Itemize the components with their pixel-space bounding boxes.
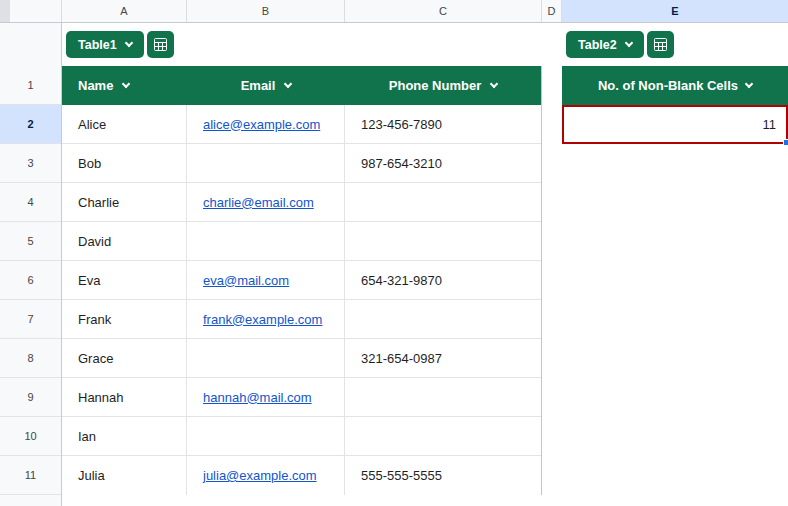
cell-phone[interactable]: 654-321-9870 (345, 261, 541, 299)
cell-phone[interactable] (345, 378, 541, 416)
cell-phone[interactable] (345, 183, 541, 221)
table2-chip: Table2 (566, 31, 674, 58)
cell-text: 654-321-9870 (361, 273, 442, 288)
select-all-corner[interactable] (0, 0, 62, 22)
cell-email[interactable] (187, 417, 345, 455)
table1-chip-button[interactable]: Table1 (66, 31, 144, 58)
table1: Name Email Phone Number Alice alice@exam… (62, 66, 542, 495)
cell-phone[interactable]: 987-654-3210 (345, 144, 541, 182)
cell-name[interactable]: Eva (62, 261, 187, 299)
row-header-2[interactable]: 2 (0, 105, 61, 144)
column-header-strip: A B C D E (0, 0, 788, 23)
table1-chip-label: Table1 (78, 38, 117, 52)
table-row: Charlie charlie@email.com (62, 183, 541, 222)
chevron-down-icon (624, 39, 632, 47)
email-link[interactable]: eva@mail.com (203, 273, 289, 288)
cell-name[interactable]: Grace (62, 339, 187, 377)
cell-phone[interactable] (345, 417, 541, 455)
cell-email[interactable]: alice@example.com (187, 105, 345, 143)
row-header-3[interactable]: 3 (0, 144, 61, 183)
cell-name[interactable]: Ian (62, 417, 187, 455)
row-header-9[interactable]: 9 (0, 378, 61, 417)
row-header-7[interactable]: 7 (0, 300, 61, 339)
email-link[interactable]: alice@example.com (203, 117, 320, 132)
cell-name[interactable]: Alice (62, 105, 187, 143)
cell-email[interactable] (187, 339, 345, 377)
cell-text: Julia (78, 468, 105, 483)
header-cell-email[interactable]: Email (187, 66, 345, 105)
table1-range-button[interactable] (147, 31, 174, 58)
cell-email[interactable]: julia@example.com (187, 456, 345, 495)
selected-cell-e2[interactable]: 11 (562, 105, 788, 144)
cell-name[interactable]: Julia (62, 456, 187, 495)
cell-text: Eva (78, 273, 100, 288)
chevron-down-icon[interactable] (745, 80, 753, 88)
table-grid-icon (654, 38, 667, 51)
table-row: David (62, 222, 541, 261)
cell-email[interactable] (187, 144, 345, 182)
table-row: Frank frank@example.com (62, 300, 541, 339)
cell-phone[interactable] (345, 300, 541, 338)
fill-handle[interactable] (783, 139, 788, 146)
cell-text: Hannah (78, 390, 124, 405)
column-header-b[interactable]: B (187, 0, 345, 22)
cell-text: Grace (78, 351, 113, 366)
cell-email[interactable]: eva@mail.com (187, 261, 345, 299)
email-link[interactable]: hannah@mail.com (203, 390, 312, 405)
row-header-11[interactable]: 11 (0, 456, 61, 495)
email-link[interactable]: frank@example.com (203, 312, 322, 327)
cell-text: 555-555-5555 (361, 468, 442, 483)
email-link[interactable]: charlie@email.com (203, 195, 314, 210)
table-row: Grace 321-654-0987 (62, 339, 541, 378)
cell-text: 123-456-7890 (361, 117, 442, 132)
cell-phone[interactable]: 123-456-7890 (345, 105, 541, 143)
row-header-strip: 1 2 3 4 5 6 7 8 9 10 11 (0, 23, 62, 506)
header-cell-name[interactable]: Name (62, 66, 187, 105)
cell-phone[interactable]: 321-654-0987 (345, 339, 541, 377)
cell-text: Charlie (78, 195, 119, 210)
cell-text: Frank (78, 312, 111, 327)
table1-chip: Table1 (66, 31, 174, 58)
row-header-5[interactable]: 5 (0, 222, 61, 261)
header-cell-nonblank-count[interactable]: No. of Non-Blank Cells (562, 66, 788, 105)
column-header-a[interactable]: A (62, 0, 187, 22)
cell-email[interactable]: hannah@mail.com (187, 378, 345, 416)
row-header-8[interactable]: 8 (0, 339, 61, 378)
row-header-10[interactable]: 10 (0, 417, 61, 456)
table2: No. of Non-Blank Cells 11 (562, 66, 788, 144)
cell-name[interactable]: Frank (62, 300, 187, 338)
table-row: Eva eva@mail.com 654-321-9870 (62, 261, 541, 300)
cell-name[interactable]: David (62, 222, 187, 260)
column-header-d[interactable]: D (542, 0, 562, 22)
table2-range-button[interactable] (647, 31, 674, 58)
chevron-down-icon[interactable] (122, 80, 130, 88)
spreadsheet: A B C D E 1 2 3 4 5 6 7 8 9 10 11 Table1 (0, 0, 788, 506)
cell-email[interactable]: frank@example.com (187, 300, 345, 338)
cell-text: Bob (78, 156, 101, 171)
email-link[interactable]: julia@example.com (203, 468, 317, 483)
row-header-4[interactable]: 4 (0, 183, 61, 222)
cell-phone[interactable]: 555-555-5555 (345, 456, 541, 495)
chevron-down-icon[interactable] (490, 80, 498, 88)
cell-email[interactable]: charlie@email.com (187, 183, 345, 221)
row-header-1[interactable]: 1 (0, 66, 61, 105)
column-header-e[interactable]: E (562, 0, 788, 22)
cell-name[interactable]: Bob (62, 144, 187, 182)
cell-name[interactable]: Charlie (62, 183, 187, 221)
cell-text: Ian (78, 429, 96, 444)
cell-phone[interactable] (345, 222, 541, 260)
chevron-down-icon[interactable] (284, 80, 292, 88)
column-header-c[interactable]: C (345, 0, 542, 22)
row-header-spacer (0, 23, 61, 66)
table2-chip-label: Table2 (578, 38, 617, 52)
cell-name[interactable]: Hannah (62, 378, 187, 416)
table-row: Ian (62, 417, 541, 456)
cell-text: 321-654-0987 (361, 351, 442, 366)
header-cell-phone[interactable]: Phone Number (345, 66, 541, 105)
table-row: Hannah hannah@mail.com (62, 378, 541, 417)
table2-chip-button[interactable]: Table2 (566, 31, 644, 58)
table-row: Alice alice@example.com 123-456-7890 (62, 105, 541, 144)
header-label: Name (78, 78, 113, 93)
cell-email[interactable] (187, 222, 345, 260)
row-header-6[interactable]: 6 (0, 261, 61, 300)
